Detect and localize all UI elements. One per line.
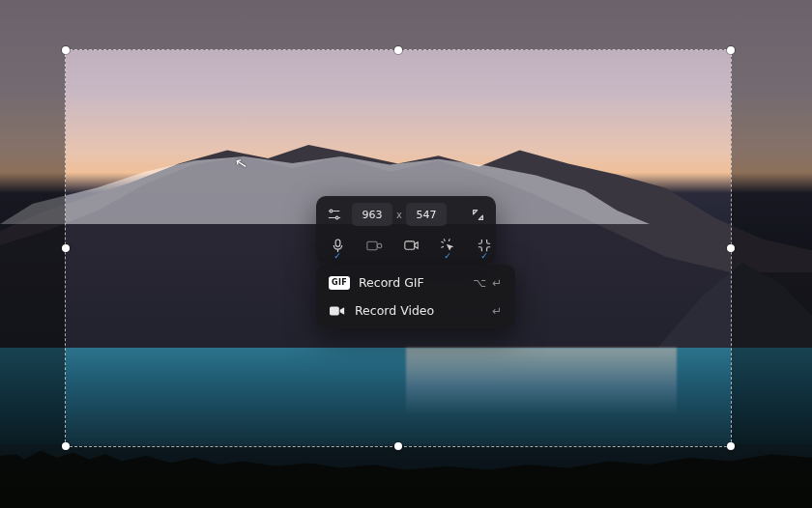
mic-enabled-check-icon: ✓: [334, 252, 341, 261]
gif-badge-icon: GIF: [329, 276, 350, 290]
settings-sliders-icon[interactable]: [321, 201, 348, 228]
microphone-icon[interactable]: ✓: [321, 232, 354, 259]
svg-rect-5: [404, 241, 414, 249]
handle-n[interactable]: [394, 46, 402, 54]
handle-e[interactable]: [727, 244, 735, 252]
record-video-action[interactable]: Record Video ↵: [321, 297, 510, 324]
cursor-enabled-check-icon: ✓: [444, 252, 451, 261]
fullscreen-expand-icon[interactable]: [464, 201, 491, 228]
record-gif-shortcut: ⌥ ↵: [473, 276, 503, 290]
dim-left: [0, 50, 66, 446]
svg-point-0: [330, 210, 333, 212]
svg-point-4: [377, 243, 381, 247]
svg-point-1: [335, 216, 338, 219]
camera-icon[interactable]: [394, 232, 427, 259]
keyboard-shortcut-icon[interactable]: ✓: [468, 232, 501, 259]
cursor-click-icon[interactable]: ✓: [431, 232, 464, 259]
record-gif-action[interactable]: GIF Record GIF ⌥ ↵: [321, 269, 510, 296]
record-video-shortcut: ↵: [492, 304, 503, 318]
svg-rect-2: [335, 240, 340, 246]
width-input[interactable]: [352, 203, 392, 226]
video-camera-icon: [329, 305, 346, 317]
record-window-icon[interactable]: [358, 232, 391, 259]
svg-rect-3: [366, 241, 376, 250]
handle-ne[interactable]: [727, 46, 735, 54]
record-gif-label: Record GIF: [359, 275, 424, 290]
dimension-separator: x: [396, 210, 402, 220]
handle-nw[interactable]: [62, 46, 70, 54]
capture-actions-menu: GIF Record GIF ⌥ ↵ Record Video ↵: [316, 265, 515, 328]
handle-sw[interactable]: [62, 442, 70, 450]
keys-enabled-check-icon: ✓: [480, 252, 488, 261]
handle-w[interactable]: [62, 244, 70, 252]
handle-s[interactable]: [394, 442, 402, 450]
svg-rect-6: [330, 306, 339, 315]
desktop-wallpaper: ↖ x: [0, 0, 812, 508]
dim-right: [731, 50, 812, 446]
height-input[interactable]: [406, 203, 447, 226]
dim-bottom: [0, 446, 812, 508]
record-video-label: Record Video: [355, 303, 434, 318]
capture-toolbar: x ✓: [316, 196, 496, 264]
size-inputs: x: [352, 201, 460, 228]
handle-se[interactable]: [727, 442, 735, 450]
dim-top: [0, 0, 812, 50]
